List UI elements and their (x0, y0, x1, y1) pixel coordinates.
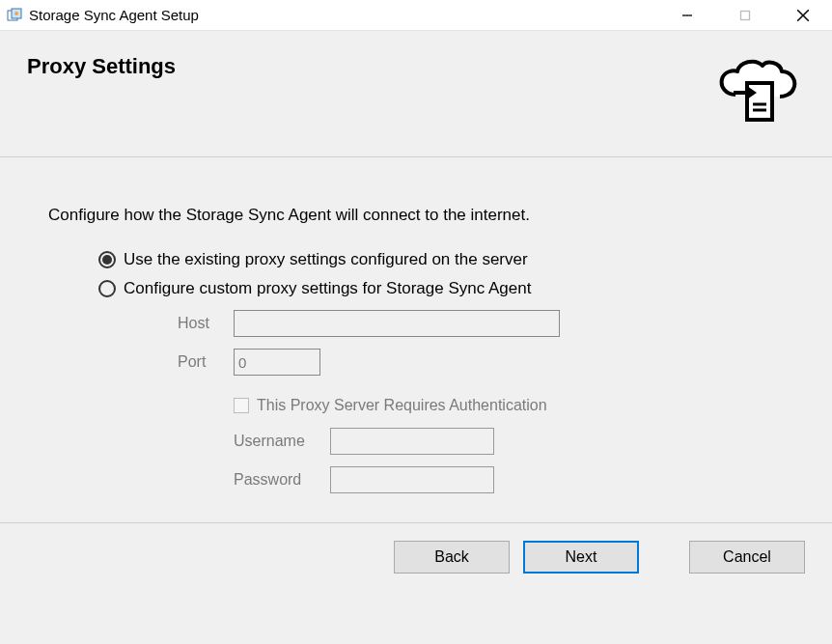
host-row: Host (178, 310, 784, 337)
intro-text: Configure how the Storage Sync Agent wil… (48, 206, 784, 225)
password-row: Password (234, 466, 784, 493)
app-icon (6, 7, 23, 24)
proxy-mode-radio-group: Use the existing proxy settings configur… (98, 250, 784, 493)
auth-form: Username Password (234, 428, 784, 493)
cancel-button[interactable]: Cancel (689, 541, 805, 574)
password-input[interactable] (330, 466, 494, 493)
page-body: Configure how the Storage Sync Agent wil… (0, 157, 832, 517)
auth-required-row[interactable]: This Proxy Server Requires Authenticatio… (234, 397, 784, 414)
radio-label: Configure custom proxy settings for Stor… (124, 279, 531, 298)
username-label: Username (234, 433, 330, 450)
port-input[interactable] (234, 349, 320, 376)
cancel-button-label: Cancel (723, 548, 771, 566)
port-label: Port (178, 353, 234, 371)
password-label: Password (234, 471, 330, 489)
username-row: Username (234, 428, 784, 455)
radio-use-existing[interactable]: Use the existing proxy settings configur… (98, 250, 784, 269)
svg-rect-4 (741, 11, 750, 19)
next-button-label: Next (566, 548, 597, 566)
footer: Back Next Cancel (0, 523, 832, 574)
port-row: Port (178, 349, 784, 376)
page-header: Proxy Settings (0, 31, 832, 157)
svg-rect-7 (747, 83, 772, 120)
next-button[interactable]: Next (523, 541, 639, 574)
radio-configure-custom[interactable]: Configure custom proxy settings for Stor… (98, 279, 784, 298)
maximize-button (716, 0, 774, 30)
host-label: Host (178, 315, 234, 332)
svg-point-2 (14, 12, 18, 15)
back-button[interactable]: Back (394, 541, 510, 574)
radio-icon (98, 251, 116, 268)
window-title: Storage Sync Agent Setup (29, 7, 658, 23)
host-input[interactable] (234, 310, 560, 337)
radio-label: Use the existing proxy settings configur… (124, 250, 528, 269)
window-controls (658, 0, 832, 30)
back-button-label: Back (434, 548, 469, 566)
username-input[interactable] (330, 428, 494, 455)
titlebar: Storage Sync Agent Setup (0, 0, 832, 31)
close-button[interactable] (774, 0, 832, 30)
auth-check-label: This Proxy Server Requires Authenticatio… (257, 397, 547, 414)
page-title: Proxy Settings (27, 54, 708, 79)
checkbox-icon (234, 398, 249, 413)
minimize-button[interactable] (658, 0, 716, 30)
cloud-sync-icon (708, 54, 805, 131)
custom-proxy-form: Host Port This Proxy Server Requires Aut… (178, 310, 784, 493)
radio-icon (98, 280, 116, 297)
